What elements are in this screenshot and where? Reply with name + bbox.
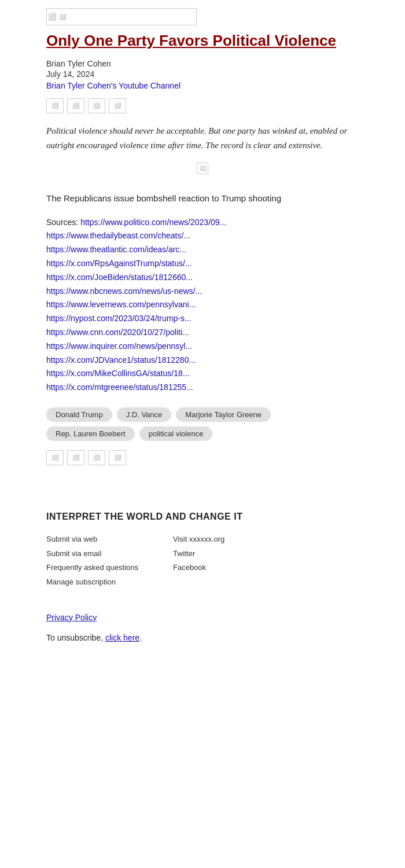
share-icon-4[interactable]: ⬜ (109, 98, 126, 113)
footer-col-left: Submit via web Submit via email Frequent… (46, 532, 138, 590)
source-link-8[interactable]: https://www.cnn.com/2020/10/27/politi... (46, 326, 359, 340)
source-link-11[interactable]: https://x.com/MikeCollinsGA/status/18... (46, 367, 359, 381)
footer-link-submit-email[interactable]: Submit via email (46, 547, 138, 561)
source-link-3[interactable]: https://x.com/RpsAgainstTrump/status/... (46, 257, 359, 271)
share-icon-3[interactable]: ⬜ (88, 98, 105, 113)
source-link-7[interactable]: https://nypost.com/2023/03/24/trump-s... (46, 312, 359, 326)
source-link-2[interactable]: https://www.theatlantic.com/ideas/arc... (46, 243, 359, 257)
footer-link-faq[interactable]: Frequently asked questions (46, 561, 138, 575)
source-link-4[interactable]: https://x.com/JoeBiden/status/1812660... (46, 271, 359, 285)
share-icon-bottom-1[interactable]: ⬜ (46, 450, 64, 465)
share-icons-top: ⬜ ⬜ ⬜ ⬜ (46, 98, 359, 113)
share-icon-2[interactable]: ⬜ (67, 98, 84, 113)
share-icons-bottom: ⬜ ⬜ ⬜ ⬜ (46, 450, 359, 465)
unsubscribe-text: To unsubscribe, (46, 633, 103, 642)
footer-col-right: Visit xxxxxx.org Twitter Facebook (173, 532, 224, 590)
source-link-0[interactable]: https://www.politico.com/news/2023/09... (80, 218, 226, 227)
intro-quote: Political violence should never be accep… (46, 124, 359, 153)
article-title[interactable]: Only One Party Favors Political Violence (46, 31, 359, 51)
article-title-link[interactable]: Only One Party Favors Political Violence (46, 32, 336, 49)
source-link-9[interactable]: https://www.inquirer.com/news/pennsyl... (46, 340, 359, 354)
privacy-policy-link[interactable]: Privacy Policy (46, 613, 97, 622)
footer-links: Submit via web Submit via email Frequent… (46, 532, 359, 590)
header-logo: ⬜ (46, 8, 197, 25)
share-icon-bottom-4[interactable]: ⬜ (109, 450, 126, 465)
share-icon-bottom-2[interactable]: ⬜ (67, 450, 84, 465)
footer-link-visit[interactable]: Visit xxxxxx.org (173, 532, 224, 547)
tags-row: Donald Trump J.D. Vance Marjorie Taylor … (46, 407, 359, 441)
article-main-image: ⬜ (197, 163, 208, 174)
article-author: Brian Tyler Cohen (46, 59, 359, 68)
source-link-12[interactable]: https://x.com/mtgreenee/status/181255... (46, 381, 359, 395)
tag-2[interactable]: Marjorie Taylor Greene (176, 407, 271, 422)
share-icon-1[interactable]: ⬜ (46, 98, 64, 113)
source-link-10[interactable]: https://x.com/JDVance1/status/1812280... (46, 354, 359, 367)
tag-1[interactable]: J.D. Vance (117, 407, 172, 422)
footer-link-twitter[interactable]: Twitter (173, 547, 224, 561)
footer-link-submit-web[interactable]: Submit via web (46, 532, 138, 547)
footer-link-facebook[interactable]: Facebook (173, 561, 224, 575)
source-link-5[interactable]: https://www.nbcnews.com/news/us-news/... (46, 285, 359, 299)
tag-3[interactable]: Rep. Lauren Boebert (46, 426, 135, 441)
sources-label: Sources: (46, 218, 78, 227)
body-text: The Republicans issue bombshell reaction… (46, 192, 359, 205)
source-link-1[interactable]: https://www.thedailybeast.com/cheats/... (46, 229, 359, 243)
share-icon-bottom-3[interactable]: ⬜ (88, 450, 105, 465)
tag-4[interactable]: political violence (139, 426, 213, 441)
article-image-row: ⬜ (46, 163, 359, 174)
footer-link-manage[interactable]: Manage subscription (46, 575, 138, 590)
source-link-6[interactable]: https://www.levernews.com/pennsylvani... (46, 298, 359, 312)
footer-section: INTERPRET THE WORLD AND CHANGE IT Submit… (0, 494, 405, 601)
article-date: July 14, 2024 (46, 69, 359, 79)
unsubscribe-link[interactable]: click here (105, 633, 139, 642)
sources-section: Sources: https://www.politico.com/news/2… (46, 216, 359, 395)
newsletter-title: INTERPRET THE WORLD AND CHANGE IT (46, 512, 359, 522)
unsubscribe-period: . (139, 633, 142, 642)
unsubscribe-area: To unsubscribe, click here. (0, 628, 405, 660)
channel-link[interactable]: Brian Tyler Cohen's Youtube Channel (46, 81, 359, 90)
privacy-area: Privacy Policy (0, 601, 405, 628)
tag-0[interactable]: Donald Trump (46, 407, 112, 422)
